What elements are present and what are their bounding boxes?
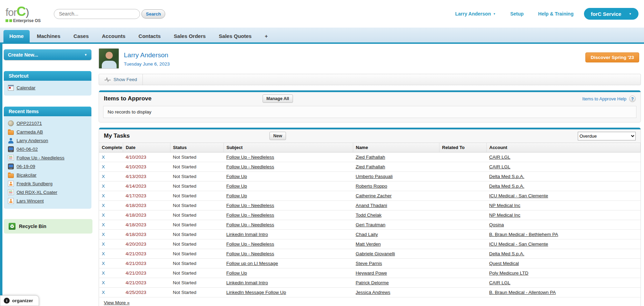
column-header-name[interactable]: Name	[353, 143, 439, 152]
task-subject-link[interactable]: Follow Up - Needleless	[226, 241, 274, 247]
task-name-link[interactable]: Roberto Roppo	[356, 184, 387, 189]
record-link-lars-wincent[interactable]: Lars Wincent	[17, 198, 44, 204]
task-subject-link[interactable]: LinkedIn Message Follow Up	[226, 290, 286, 295]
tab-home[interactable]: Home	[3, 30, 30, 42]
task-subject-link[interactable]: Follow up on LI Message	[226, 261, 278, 266]
complete-task-link[interactable]: X	[102, 241, 105, 247]
task-name-link[interactable]: Umberto Pasquali	[356, 174, 393, 179]
search-input[interactable]	[54, 9, 140, 19]
tab-plus[interactable]: +	[259, 30, 274, 42]
record-link-carmeda-ab[interactable]: Carmeda AB	[17, 129, 43, 135]
task-account-link[interactable]: Quest Medical	[489, 261, 519, 266]
complete-task-link[interactable]: X	[102, 193, 105, 198]
tab-sales-orders[interactable]: Sales Orders	[168, 30, 212, 42]
show-feed-toggle[interactable]: Show Feed	[99, 74, 143, 85]
column-header-date[interactable]: Date	[123, 143, 170, 152]
task-account-link[interactable]: NP Medical Inc	[489, 213, 521, 218]
task-subject-link[interactable]: Follow Up - Needleless	[226, 213, 274, 218]
task-subject-link[interactable]: Linkedin Inmail Intro	[226, 280, 268, 285]
task-subject-link[interactable]: Follow Up	[226, 270, 247, 276]
task-account-link[interactable]: Delta Med S.p.A.	[489, 174, 524, 179]
record-link-040-06-02[interactable]: 040-06-02	[17, 147, 38, 152]
task-name-link[interactable]: Matt Verden	[356, 241, 381, 247]
task-account-link[interactable]: Delta Med S.p.A.	[489, 184, 524, 189]
task-subject-link[interactable]: Follow Up	[226, 184, 247, 189]
manage-all-button[interactable]: Manage All	[262, 95, 293, 103]
complete-task-link[interactable]: X	[102, 270, 105, 276]
record-link-06-19-09[interactable]: 06-19-09	[17, 164, 35, 169]
task-account-link[interactable]: CAIR LGL	[489, 164, 511, 169]
complete-task-link[interactable]: X	[102, 213, 105, 218]
task-name-link[interactable]: Jessica Andrews	[356, 290, 390, 295]
complete-task-link[interactable]: X	[102, 280, 105, 285]
task-account-link[interactable]: ICU Medical - San Clemente	[489, 193, 548, 198]
column-header-complete[interactable]: Complete	[99, 143, 123, 152]
complete-task-link[interactable]: X	[102, 222, 105, 227]
record-link-old-rdx-xl-coater[interactable]: Old RDX-XL Coater	[17, 190, 57, 195]
column-header-subject[interactable]: Subject	[224, 143, 353, 152]
record-link-bi-akcilar[interactable]: Biçakcilar	[17, 172, 37, 178]
help-icon[interactable]	[629, 96, 636, 102]
task-name-link[interactable]: Heyward Powe	[356, 270, 387, 276]
complete-task-link[interactable]: X	[102, 164, 105, 169]
complete-task-link[interactable]: X	[102, 174, 105, 179]
task-name-link[interactable]: Gabriele Giovanelli	[356, 251, 395, 256]
discover-spring-button[interactable]: Discover Spring '23	[585, 52, 639, 62]
column-header-account[interactable]: Account	[486, 143, 641, 152]
record-link-opp221071[interactable]: OPP221071	[17, 121, 42, 126]
new-task-button[interactable]: New	[269, 132, 286, 140]
complete-task-link[interactable]: X	[102, 290, 105, 295]
task-account-link[interactable]: Delta Med S.p.A.	[489, 251, 524, 256]
task-name-link[interactable]: Anand Thadani	[356, 203, 387, 208]
tab-cases[interactable]: Cases	[68, 30, 95, 42]
task-name-link[interactable]: Zied Fathallah	[356, 155, 385, 160]
create-new-button[interactable]: Create New... ▼	[4, 49, 91, 60]
complete-task-link[interactable]: X	[102, 155, 105, 160]
tab-machines[interactable]: Machines	[31, 30, 66, 42]
task-account-link[interactable]: CAIR LGL	[489, 155, 511, 160]
column-header-related-to[interactable]: Related To	[439, 143, 486, 152]
task-account-link[interactable]: B. Braun Medical - Bethlehem PA	[489, 232, 558, 237]
nav-item-help-training[interactable]: Help & Training	[538, 11, 574, 17]
task-name-link[interactable]: Steve Parnis	[356, 261, 382, 266]
task-name-link[interactable]: Catherine Zacher	[356, 193, 392, 198]
task-subject-link[interactable]: Follow Up - Needleless	[226, 203, 274, 208]
task-account-link[interactable]: CAIR LGL	[489, 280, 511, 285]
recycle-bin[interactable]: Recycle Bin	[4, 219, 92, 234]
task-name-link[interactable]: Patrick Delorme	[356, 280, 389, 285]
task-name-link[interactable]: Zied Fathallah	[356, 164, 385, 169]
tab-contacts[interactable]: Contacts	[133, 30, 167, 42]
record-link-calendar[interactable]: Calendar	[17, 85, 36, 90]
app-logo[interactable]: forC) Enterprise OS	[6, 5, 50, 23]
record-link-larry-anderson[interactable]: Larry Anderson	[17, 138, 48, 143]
complete-task-link[interactable]: X	[102, 251, 105, 256]
task-account-link[interactable]: Qosina	[489, 222, 504, 227]
organizer-badge[interactable]: organizer	[0, 295, 39, 306]
task-account-link[interactable]: NP Medical Inc	[489, 203, 521, 208]
app-switcher-button[interactable]: forC Service ▼	[584, 8, 638, 20]
complete-task-link[interactable]: X	[102, 203, 105, 208]
record-link-follow-up-needleless[interactable]: Follow Up - Needleless	[17, 155, 65, 160]
task-subject-link[interactable]: Follow Up - Needleless	[226, 222, 274, 227]
record-link-fredrik-sundberg[interactable]: Fredrik Sundberg	[17, 181, 52, 186]
nav-item-larry-anderson[interactable]: Larry Anderson▼	[455, 11, 496, 17]
view-more-link[interactable]: View More »	[104, 300, 130, 305]
task-account-link[interactable]: ICU Medical - San Clemente	[489, 241, 548, 247]
task-name-link[interactable]: Geri Trautman	[356, 222, 385, 227]
nav-item-setup[interactable]: Setup	[510, 11, 524, 17]
task-filter-select[interactable]: Overdue	[578, 132, 636, 140]
search-button[interactable]: Search	[141, 9, 165, 19]
tab-sales-quotes[interactable]: Sales Quotes	[213, 30, 257, 42]
task-subject-link[interactable]: Follow Up - Needleless	[226, 164, 274, 169]
task-subject-link[interactable]: Follow Up - Needleless	[226, 251, 274, 256]
complete-task-link[interactable]: X	[102, 232, 105, 237]
task-account-link[interactable]: Poly Medicure LTD	[489, 270, 528, 276]
task-account-link[interactable]: B. Braun Medical - Allentown PA	[489, 290, 556, 295]
task-name-link[interactable]: Chad Laity	[356, 232, 378, 237]
task-subject-link[interactable]: Follow Up	[226, 193, 247, 198]
items-to-approve-help-link[interactable]: Items to Approve Help	[582, 96, 626, 101]
complete-task-link[interactable]: X	[102, 261, 105, 266]
tab-accounts[interactable]: Accounts	[96, 30, 131, 42]
complete-task-link[interactable]: X	[102, 184, 105, 189]
task-subject-link[interactable]: Follow Up - Needleless	[226, 155, 274, 160]
